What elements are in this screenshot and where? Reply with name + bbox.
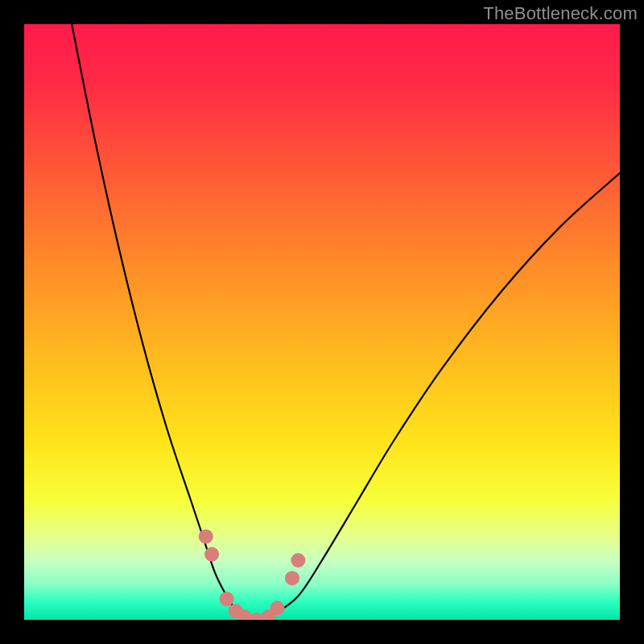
curve-marker — [204, 547, 219, 562]
curve-marker — [220, 592, 234, 606]
curve-marker — [199, 529, 213, 543]
curve-markers — [199, 529, 306, 620]
watermark-text: TheBottleneck.com — [483, 3, 638, 24]
curve-marker — [270, 601, 285, 615]
chart-svg — [24, 24, 620, 620]
outer-frame: TheBottleneck.com — [0, 0, 644, 644]
curve-marker — [291, 553, 305, 568]
bottleneck-curve — [72, 24, 620, 620]
plot-area — [24, 24, 620, 620]
curve-marker — [285, 571, 299, 585]
